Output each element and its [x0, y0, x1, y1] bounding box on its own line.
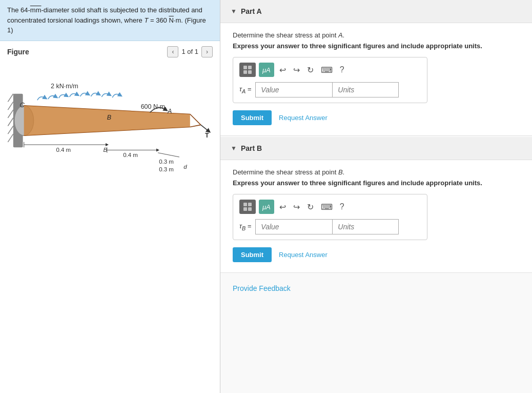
svg-line-17	[190, 125, 201, 127]
svg-text:d: d	[183, 164, 187, 170]
part-a-redo-button[interactable]: ↪	[291, 64, 302, 76]
part-a-label: τA =	[239, 85, 251, 94]
part-a-request-answer-link[interactable]: Request Answer	[279, 114, 328, 122]
part-a-description: Determine the shear stress at point A.	[233, 31, 520, 39]
svg-text:A: A	[167, 108, 172, 115]
part-a-collapse-icon: ▼	[231, 8, 237, 15]
part-a-submit-button[interactable]: Submit	[233, 110, 272, 125]
part-b-value-input[interactable]	[255, 219, 332, 234]
part-b-matrix-button[interactable]	[239, 200, 256, 214]
part-b-submit-button[interactable]: Submit	[233, 247, 272, 262]
svg-rect-30	[243, 66, 247, 69]
part-a-undo-button[interactable]: ↩	[277, 64, 288, 76]
svg-text:T: T	[205, 132, 209, 139]
figure-next-button[interactable]: ›	[201, 46, 213, 57]
svg-text:0.3 m: 0.3 m	[159, 166, 174, 172]
figure-prev-button[interactable]: ‹	[167, 46, 178, 57]
part-b-answer-box: μA ↩ ↪ ↻ ⌨ ? τB =	[233, 194, 427, 240]
part-b-label: τB =	[239, 222, 251, 231]
part-a-instruction: Express your answer to three significant…	[233, 42, 520, 50]
part-a-actions: Submit Request Answer	[233, 110, 520, 125]
svg-line-2	[8, 102, 13, 110]
part-b-input-row: τB =	[239, 219, 421, 234]
part-a-section: ▼ Part A Determine the shear stress at p…	[220, 0, 532, 136]
part-b-undo-button[interactable]: ↩	[277, 201, 288, 213]
part-b-collapse-icon: ▼	[231, 145, 237, 152]
svg-line-5	[8, 126, 13, 134]
part-b-header[interactable]: ▼ Part B	[220, 137, 532, 160]
part-b-units-input[interactable]	[332, 219, 399, 234]
problem-statement: The 64-mm-diameter solid shaft is subjec…	[0, 0, 220, 41]
part-b-section: ▼ Part B Determine the shear stress at p…	[220, 137, 532, 273]
part-b-actions: Submit Request Answer	[233, 247, 520, 262]
part-a-answer-box: μA ↩ ↪ ↻ ⌨ ? τA =	[233, 57, 427, 103]
svg-rect-37	[248, 207, 252, 211]
svg-text:600 N·m: 600 N·m	[141, 103, 165, 110]
svg-text:B: B	[107, 113, 111, 121]
part-a-mu-button[interactable]: μA	[259, 63, 274, 77]
part-a-keyboard-button[interactable]: ⌨	[319, 64, 335, 76]
part-b-request-answer-link[interactable]: Request Answer	[279, 251, 328, 259]
svg-text:2 kN·m/m: 2 kN·m/m	[51, 83, 78, 90]
svg-rect-34	[243, 203, 247, 206]
part-b-redo-button[interactable]: ↪	[291, 201, 302, 213]
part-a-matrix-button[interactable]	[239, 63, 256, 77]
svg-line-16	[190, 114, 201, 125]
svg-rect-32	[243, 70, 247, 74]
part-b-toolbar: μA ↩ ↪ ↻ ⌨ ?	[239, 200, 421, 214]
svg-line-26	[158, 152, 179, 156]
svg-text:0.4 m: 0.4 m	[56, 146, 71, 152]
part-b-keyboard-button[interactable]: ⌨	[319, 201, 335, 213]
part-b-body: Determine the shear stress at point B. E…	[220, 160, 532, 272]
svg-line-6	[8, 134, 13, 142]
part-b-refresh-button[interactable]: ↻	[305, 201, 316, 213]
figure-svg: C	[7, 62, 212, 180]
right-panel: ▼ Part A Determine the shear stress at p…	[220, 0, 532, 393]
part-a-body: Determine the shear stress at point A. E…	[220, 23, 532, 135]
part-b-help-button[interactable]: ?	[338, 201, 346, 212]
provide-feedback-link[interactable]: Provide Feedback	[220, 274, 532, 303]
part-a-header[interactable]: ▼ Part A	[220, 0, 532, 23]
part-a-refresh-button[interactable]: ↻	[305, 64, 316, 76]
left-panel: The 64-mm-diameter solid shaft is subjec…	[0, 0, 220, 393]
svg-text:0.3 m: 0.3 m	[159, 158, 174, 164]
svg-rect-36	[243, 207, 247, 211]
part-b-instruction: Express your answer to three significant…	[233, 179, 520, 187]
svg-line-1	[8, 93, 13, 102]
part-a-title: Part A	[241, 7, 262, 15]
part-a-help-button[interactable]: ?	[338, 64, 346, 75]
part-b-mu-button[interactable]: μA	[259, 200, 274, 214]
svg-line-3	[8, 110, 13, 118]
figure-title: Figure	[7, 48, 29, 56]
figure-area: Figure ‹ 1 of 1 › C	[0, 41, 220, 394]
figure-navigation: ‹ 1 of 1 ›	[167, 46, 213, 57]
figure-count: 1 of 1	[181, 48, 198, 55]
svg-text:0.4 m: 0.4 m	[123, 152, 138, 158]
part-a-units-input[interactable]	[332, 82, 399, 97]
svg-rect-31	[248, 66, 252, 69]
figure-header: Figure ‹ 1 of 1 ›	[7, 46, 213, 57]
svg-rect-35	[248, 203, 252, 206]
part-a-input-row: τA =	[239, 82, 421, 97]
svg-rect-33	[248, 70, 252, 74]
part-b-title: Part B	[241, 144, 262, 152]
figure-canvas: C	[7, 62, 213, 388]
part-a-value-input[interactable]	[255, 82, 332, 97]
svg-line-4	[8, 117, 13, 126]
part-b-description: Determine the shear stress at point B.	[233, 168, 520, 176]
part-a-toolbar: μA ↩ ↪ ↻ ⌨ ?	[239, 63, 421, 77]
